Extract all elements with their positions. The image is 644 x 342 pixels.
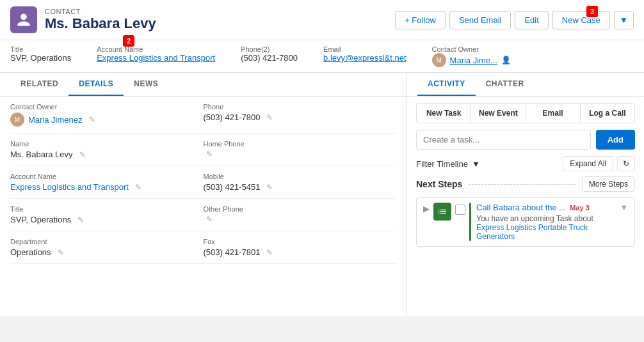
field-other-phone-value: ✎ — [204, 215, 397, 224]
task-item: ▶ Call Babara about the ... May 3 You ha… — [416, 197, 635, 247]
phone-label: Phone(2) — [241, 45, 298, 53]
field-name: Name Ms. Babara Levy ✎ — [10, 134, 204, 166]
tab-chatter[interactable]: CHATTER — [476, 73, 535, 96]
log-call-button[interactable]: Log a Call — [581, 104, 634, 123]
more-steps-button[interactable]: More Steps — [582, 176, 635, 192]
edit-button[interactable]: Edit — [515, 11, 548, 29]
task-body: Call Babara about the ... May 3 You have… — [476, 203, 616, 241]
filter-left: Filter Timeline ▼ — [416, 159, 480, 169]
edit-account-icon[interactable]: ✎ — [135, 183, 141, 192]
edit-title-icon[interactable]: ✎ — [77, 215, 84, 224]
task-desc-link[interactable]: Express Logistics Portable Truck Generat… — [476, 223, 588, 241]
steps-divider — [469, 184, 575, 185]
task-title-row: Call Babara about the ... May 3 — [476, 203, 616, 212]
next-steps-header: Next Steps More Steps — [416, 176, 635, 192]
title-field: Title SVP, Operations — [10, 45, 71, 63]
edit-name-icon[interactable]: ✎ — [79, 150, 86, 159]
task-desc-text: You have an upcoming Task about — [476, 214, 593, 223]
field-fax-label: Fax — [204, 238, 397, 245]
tab-activity[interactable]: ACTIVITY — [417, 73, 476, 96]
account-name-value[interactable]: Express Logistics and Transport — [97, 53, 215, 63]
avatar: M — [432, 53, 446, 67]
filter-right: Expand All ↻ — [563, 156, 635, 171]
field-other-phone-label: Other Phone — [204, 205, 397, 213]
field-account-name-value: Express Logistics and Transport ✎ — [10, 182, 204, 192]
edit-phone-icon[interactable]: ✎ — [266, 113, 273, 122]
contact-owner-row: M Maria Jime... 👤 — [432, 53, 511, 67]
task-dropdown-icon[interactable]: ▼ — [620, 203, 628, 212]
title-value: SVP, Operations — [10, 53, 71, 63]
avatar-small: M — [10, 113, 24, 127]
contact-owner-value[interactable]: Maria Jime... — [450, 56, 497, 65]
account-name-field: Account Name Express Logistics and Trans… — [97, 45, 215, 63]
header-title-block: CONTACT Ms. Babara Levy — [45, 8, 156, 32]
header-label: CONTACT — [45, 8, 156, 15]
new-case-button[interactable]: New Case — [552, 11, 610, 29]
filter-dropdown-icon[interactable]: ▼ — [472, 159, 480, 169]
task-title[interactable]: Call Babara about the ... — [476, 203, 566, 212]
task-expand-icon[interactable]: ▶ — [423, 203, 430, 214]
edit-other-phone-icon[interactable]: ✎ — [206, 215, 213, 224]
field-fax-value: (503) 421-7801 ✎ — [204, 247, 397, 257]
tab-related[interactable]: RELATED — [10, 73, 68, 96]
field-home-phone-label: Home Phone — [204, 140, 397, 148]
contact-owner-link[interactable]: Maria Jimenez — [28, 115, 83, 125]
edit-fax-icon[interactable]: ✎ — [266, 248, 273, 257]
task-description: You have an upcoming Task about Express … — [476, 214, 616, 241]
filter-timeline-label: Filter Timeline — [416, 159, 468, 169]
field-contact-owner-value: M Maria Jimenez ✎ — [10, 113, 204, 127]
field-home-phone-value: ✎ — [204, 150, 397, 159]
task-status-bar — [469, 203, 471, 241]
field-contact-owner: Contact Owner M Maria Jimenez ✎ — [10, 97, 204, 134]
field-title: Title SVP, Operations ✎ — [10, 199, 204, 231]
tab-details[interactable]: DETAILS — [68, 73, 124, 96]
title-label: Title — [10, 45, 71, 53]
right-tabs: ACTIVITY CHATTER — [407, 73, 644, 97]
filter-row: Filter Timeline ▼ Expand All ↻ — [416, 156, 635, 171]
field-department-label: Department — [10, 238, 204, 245]
task-row: Add — [416, 130, 635, 150]
account-name-link[interactable]: Express Logistics and Transport — [10, 182, 129, 192]
header-actions: 3 + Follow Send Email Edit New Case ▼ — [395, 11, 634, 29]
create-task-input[interactable] — [416, 130, 591, 150]
email-button[interactable]: Email — [526, 104, 581, 123]
edit-home-phone-icon[interactable]: ✎ — [206, 150, 213, 159]
subheader: 2 Title SVP, Operations Account Name Exp… — [0, 40, 644, 73]
field-home-phone: Home Phone ✎ — [204, 134, 397, 166]
next-steps-title: Next Steps — [416, 179, 462, 189]
field-department: Department Operations ✎ — [10, 231, 204, 264]
add-task-button[interactable]: Add — [596, 130, 635, 150]
edit-contact-owner-icon[interactable]: ✎ — [89, 115, 95, 124]
main-content: RELATED DETAILS NEWS Contact Owner M Mar… — [0, 73, 644, 316]
field-phone-value: (503) 421-7800 ✎ — [204, 113, 397, 122]
tab-news[interactable]: NEWS — [124, 73, 168, 96]
field-mobile-label: Mobile — [204, 173, 397, 180]
field-phone: Phone (503) 421-7800 ✎ — [204, 97, 397, 134]
expand-all-button[interactable]: Expand All — [563, 156, 613, 171]
field-fax: Fax (503) 421-7801 ✎ — [204, 231, 397, 264]
phone-value: (503) 421-7800 — [241, 53, 298, 63]
field-name-label: Name — [10, 140, 204, 148]
task-date: May 3 — [570, 204, 590, 212]
contact-icon — [10, 6, 37, 33]
follow-button[interactable]: + Follow — [395, 11, 446, 29]
refresh-button[interactable]: ↻ — [617, 156, 635, 171]
left-tabs: RELATED DETAILS NEWS — [0, 73, 407, 97]
more-actions-dropdown[interactable]: ▼ — [614, 11, 634, 29]
field-account-name-label: Account Name — [10, 173, 204, 180]
new-event-button[interactable]: New Event — [471, 104, 526, 123]
activity-content: New Task New Event Email Log a Call Add … — [407, 97, 644, 316]
field-other-phone: Other Phone ✎ — [204, 199, 397, 231]
edit-mobile-icon[interactable]: ✎ — [266, 183, 273, 192]
edit-department-icon[interactable]: ✎ — [58, 248, 64, 257]
email-value[interactable]: b.levy@expressl&t.net — [323, 53, 407, 63]
contact-owner-label: Contact Owner — [432, 45, 511, 53]
phone-field: Phone(2) (503) 421-7800 — [241, 45, 298, 63]
task-checkbox[interactable] — [455, 205, 465, 215]
send-email-button[interactable]: Send Email — [449, 11, 511, 29]
field-account-name: Account Name Express Logistics and Trans… — [10, 166, 204, 199]
task-type-icon — [433, 203, 451, 221]
new-task-button[interactable]: New Task — [417, 104, 471, 123]
field-name-value: Ms. Babara Levy ✎ — [10, 150, 204, 159]
badge-3: 3 — [586, 6, 598, 17]
